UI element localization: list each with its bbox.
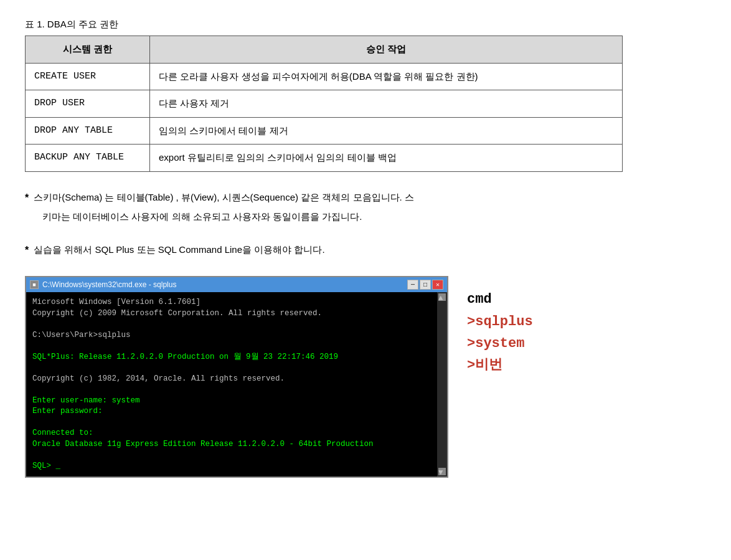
cmd-controls[interactable]: ─ □ ✕	[407, 280, 443, 290]
cmd-line	[32, 450, 430, 461]
cmd-window: ■ C:\Windows\system32\cmd.exe - sqlplus …	[25, 276, 448, 478]
table-row: DROP ANY TABLE임의의 스키마에서 테이블 제거	[26, 117, 623, 145]
note-schema-continuation: 키마는 데이터베이스 사용자에 의해 소유되고 사용자와 동일이름을 가집니다.	[25, 209, 706, 225]
permission-cell: DROP ANY TABLE	[26, 117, 150, 145]
cmd-content: Microsoft Windows [Version 6.1.7601]Copy…	[32, 297, 441, 472]
permission-cell: CREATE USER	[26, 63, 150, 90]
cmd-icon: ■	[30, 280, 39, 289]
note-star-1: *	[25, 189, 29, 206]
table-row: CREATE USER다른 오라클 사용자 생성을 피수여자에게 허용(DBA …	[26, 63, 623, 90]
cmd-titlebar-left: ■ C:\Windows\system32\cmd.exe - sqlplus	[30, 280, 176, 289]
cmd-line: Oracle Database 11g Express Edition Rele…	[32, 439, 430, 450]
note-sqlplus-text: 실습을 위해서 SQL Plus 또는 SQL Command Line을 이용…	[34, 242, 324, 259]
cmd-line	[32, 319, 430, 330]
note-sqlplus: * 실습을 위해서 SQL Plus 또는 SQL Command Line을 …	[25, 242, 706, 259]
cmd-line: Enter password:	[32, 406, 430, 417]
label-sqlplus: >sqlplus	[467, 311, 533, 333]
cmd-section: ■ C:\Windows\system32\cmd.exe - sqlplus …	[25, 276, 706, 478]
description-cell: 다른 사용자 제거	[150, 90, 623, 118]
col-header-task: 승인 작업	[150, 36, 623, 64]
permission-cell: DROP USER	[26, 90, 150, 118]
note-star-2: *	[25, 242, 29, 259]
cmd-line: Connected to:	[32, 428, 430, 439]
cmd-line	[32, 384, 430, 396]
side-labels: cmd >sqlplus >system >비번	[467, 276, 533, 376]
cmd-titlebar: ■ C:\Windows\system32\cmd.exe - sqlplus …	[26, 277, 447, 292]
cmd-line	[32, 341, 430, 352]
cmd-line: SQL*Plus: Release 11.2.0.2.0 Production …	[32, 352, 430, 363]
col-header-permission: 시스템 권한	[26, 36, 150, 64]
cmd-line: Microsoft Windows [Version 6.1.7601]	[32, 297, 430, 308]
note-schema: * 스키마(Schema) 는 테이블(Table) , 뷰(View), 시퀀…	[25, 189, 706, 225]
note-schema-text: 스키마(Schema) 는 테이블(Table) , 뷰(View), 시퀀스(…	[34, 189, 414, 206]
cmd-line: Enter user-name: system	[32, 396, 430, 407]
cmd-line: Copyright (c) 2009 Microsoft Corporation…	[32, 308, 430, 320]
cmd-line: C:\Users\Park>sqlplus	[32, 330, 430, 341]
cmd-line: SQL> _	[32, 461, 430, 472]
description-cell: export 유틸리티로 임의의 스키마에서 임의의 테이블 백업	[150, 145, 623, 172]
minimize-button[interactable]: ─	[407, 280, 418, 290]
scroll-down[interactable]: ▼	[438, 468, 446, 475]
cmd-body: Microsoft Windows [Version 6.1.7601]Copy…	[26, 292, 447, 477]
label-cmd: cmd	[467, 288, 533, 310]
table-row: DROP USER다른 사용자 제거	[26, 90, 623, 118]
description-cell: 임의의 스키마에서 테이블 제거	[150, 117, 623, 145]
cmd-line: Copyright (c) 1982, 2014, Oracle. All ri…	[32, 374, 430, 385]
table-row: BACKUP ANY TABLEexport 유틸리티로 임의의 스키마에서 임…	[26, 145, 623, 172]
cmd-line	[32, 363, 430, 374]
cmd-scrollbar[interactable]: ▲ ▼	[437, 292, 447, 477]
dba-privileges-table: 시스템 권한 승인 작업 CREATE USER다른 오라클 사용자 생성을 피…	[25, 36, 623, 172]
scroll-up[interactable]: ▲	[438, 293, 446, 301]
permission-cell: BACKUP ANY TABLE	[26, 145, 150, 172]
label-system: >system	[467, 333, 533, 354]
close-button[interactable]: ✕	[432, 280, 443, 290]
table-caption: 표 1. DBA의 주요 권한	[25, 19, 706, 31]
label-biban: >비번	[467, 354, 533, 376]
description-cell: 다른 오라클 사용자 생성을 피수여자에게 허용(DBA 역할을 위해 필요한 …	[150, 63, 623, 90]
restore-button[interactable]: □	[420, 280, 431, 290]
cmd-title: C:\Windows\system32\cmd.exe - sqlplus	[42, 280, 176, 289]
cmd-line	[32, 417, 430, 429]
